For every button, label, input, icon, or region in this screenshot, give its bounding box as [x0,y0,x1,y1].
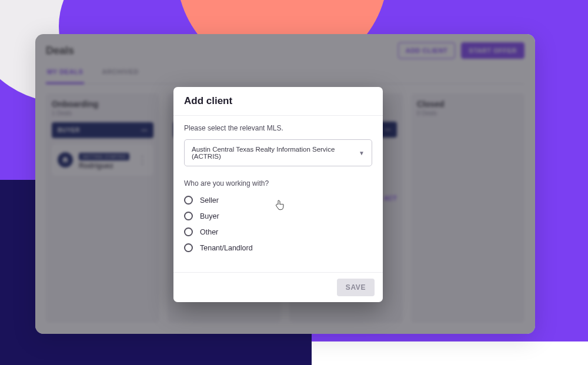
radio-label: Seller [200,196,219,205]
working-with-label: Who are you working with? [184,179,372,187]
radio-option-buyer[interactable]: Buyer [184,212,372,220]
bg-panel-white [312,341,588,365]
radio-label: Other [200,228,218,236]
add-client-modal: Add client Please select the relevant ML… [173,87,383,302]
cursor-pointer-icon [275,200,285,210]
radio-icon [184,212,193,220]
save-button[interactable]: SAVE [337,279,375,296]
radio-label: Tenant/Landlord [200,244,253,252]
modal-title: Add client [184,95,372,107]
radio-icon [184,196,193,205]
mls-selected-value: Austin Central Texas Realty Information … [192,146,359,160]
mls-label: Please select the relevant MLS. [184,124,372,132]
radio-icon [184,227,193,236]
radio-label: Buyer [200,212,219,220]
radio-icon [184,243,193,252]
mls-dropdown[interactable]: Austin Central Texas Realty Information … [184,139,372,166]
radio-option-tenant-landlord[interactable]: Tenant/Landlord [184,243,372,252]
chevron-down-icon: ▼ [359,150,365,156]
radio-option-other[interactable]: Other [184,227,372,236]
